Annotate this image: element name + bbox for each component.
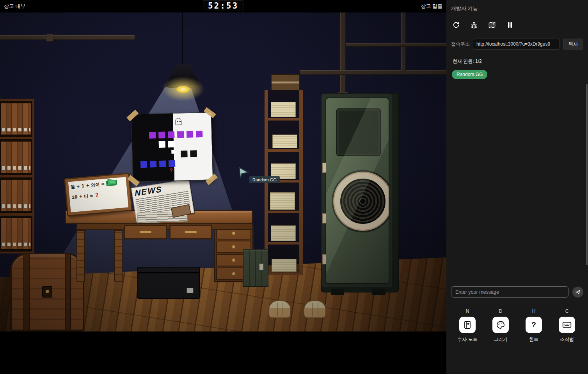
shortcut-key: C	[565, 308, 569, 314]
safe-foot	[372, 289, 385, 295]
scrollbar[interactable]	[586, 84, 588, 265]
wooden-chest[interactable]	[10, 253, 84, 331]
pipe	[340, 12, 346, 95]
hint-button[interactable]: ?	[526, 317, 542, 333]
safe-dial-ring	[333, 172, 389, 231]
lamp-bulb	[176, 86, 190, 93]
shelf-top-box[interactable]	[271, 74, 300, 90]
notebook-icon	[463, 320, 472, 330]
poster-pixel-purple	[149, 132, 156, 138]
action-label: 그리기	[494, 336, 508, 343]
poster-pixel-black	[190, 150, 197, 157]
binder-shelf[interactable]	[0, 99, 34, 253]
poster-pixel-blue	[140, 161, 147, 168]
bread-loaf[interactable]	[304, 300, 326, 318]
action-label: 수사 노트	[457, 336, 477, 343]
poster-pixel-purple	[187, 131, 193, 138]
action-label: 조작법	[560, 336, 574, 343]
safe[interactable]	[321, 93, 399, 292]
top-bar: 창고 내부 52:53 창고 탈출	[0, 0, 446, 12]
safe-hinge	[322, 254, 326, 264]
address-input[interactable]	[473, 39, 560, 50]
paper-stack[interactable]	[271, 102, 296, 117]
action-notes: N 수사 노트	[457, 308, 478, 343]
tape	[204, 107, 216, 118]
shortcut-key: H	[532, 308, 536, 314]
paper-stack[interactable]	[272, 259, 297, 272]
poster-pixel-white	[159, 141, 165, 147]
shelf-row[interactable]	[0, 177, 32, 216]
poster-pixel-blue	[169, 160, 175, 167]
shortcut-key: D	[499, 308, 503, 314]
poster-pixel-black	[181, 151, 187, 157]
money-icon	[107, 180, 117, 186]
poster-question-mark: ?	[169, 167, 172, 173]
member-count: 현재 인원: 1/2	[453, 58, 583, 65]
copy-button[interactable]: 복사	[563, 39, 583, 50]
safe-top-panel	[336, 108, 381, 156]
shelf-slot	[268, 183, 299, 213]
poster-pixel-purple	[168, 131, 174, 138]
timer-display: 52:53	[203, 0, 243, 11]
refresh-icon[interactable]	[452, 21, 460, 29]
chat-row	[451, 286, 583, 298]
black-box[interactable]	[137, 267, 200, 299]
bread-loaf[interactable]	[268, 300, 291, 318]
poster-pixel-purple	[177, 131, 184, 138]
notes-button[interactable]	[459, 317, 476, 333]
send-button[interactable]	[572, 287, 583, 298]
palette-icon	[496, 320, 505, 330]
whiteboard[interactable]: 엘 + 1 + 와이 = 10 + 티 = ?	[64, 173, 133, 216]
controls-button[interactable]	[559, 317, 575, 333]
safe-dial[interactable]	[340, 179, 385, 224]
desk-leg	[76, 230, 85, 282]
escape-button[interactable]: 창고 탈출	[421, 3, 442, 10]
tape	[126, 110, 139, 121]
pipe	[0, 35, 135, 40]
poster-pixel-blue	[150, 161, 156, 167]
action-label: 힌트	[529, 336, 538, 343]
question-mark-icon: ?	[531, 321, 536, 329]
pipe	[401, 12, 406, 71]
address-row: 접속주소 복사	[451, 39, 583, 50]
safe-dial-knob[interactable]	[359, 198, 366, 205]
desk-drawer[interactable]	[169, 225, 212, 239]
shelf-slot	[268, 245, 299, 275]
address-label: 접속주소	[451, 41, 470, 48]
poster-pixel-purple	[196, 131, 203, 137]
action-controls: C 조작법	[556, 308, 578, 343]
metal-crate[interactable]	[243, 249, 268, 287]
whiteboard-face: 엘 + 1 + 와이 = 10 + 티 = ?	[68, 177, 128, 213]
action-hint: H ? 힌트	[523, 308, 545, 343]
binders	[1, 180, 31, 211]
poster-pixel-purple	[158, 131, 165, 138]
pixel-poster[interactable]: ?	[131, 112, 213, 182]
shelf-row[interactable]	[0, 139, 32, 177]
safe-door[interactable]	[325, 97, 389, 284]
ghost-icon	[175, 118, 181, 125]
paper-stack[interactable]	[272, 135, 297, 148]
shelf-row[interactable]	[0, 216, 32, 252]
shelf-slot	[268, 121, 299, 151]
desk-drawer[interactable]	[124, 225, 167, 239]
draw-button[interactable]	[492, 317, 509, 333]
panel-title: 개발자 기능	[451, 5, 583, 12]
poster-pixel-white	[171, 150, 175, 154]
safe-foot	[331, 289, 344, 295]
game-scene[interactable]: 엘 + 1 + 와이 = 10 + 티 = ? NEWS	[0, 12, 446, 331]
member-badge: Random.GG	[452, 70, 487, 79]
bug-icon[interactable]	[470, 21, 478, 29]
pause-icon[interactable]	[506, 21, 514, 29]
chat-input[interactable]	[451, 286, 568, 298]
drawer-handle	[185, 231, 197, 233]
paper-stack[interactable]	[270, 192, 295, 210]
pipe	[346, 43, 446, 47]
action-buttons: N 수사 노트 D 그리기 H ?	[451, 308, 583, 343]
map-icon[interactable]	[488, 21, 496, 29]
poster-pixel-white	[168, 141, 175, 147]
shelf-row[interactable]	[0, 101, 32, 139]
developer-panel: 개발자 기능 접속주소 복사 현재 인원	[446, 0, 588, 374]
paper-stack[interactable]	[271, 225, 296, 241]
binders	[1, 142, 31, 173]
player-cursor-label: Random.GG	[249, 176, 280, 183]
